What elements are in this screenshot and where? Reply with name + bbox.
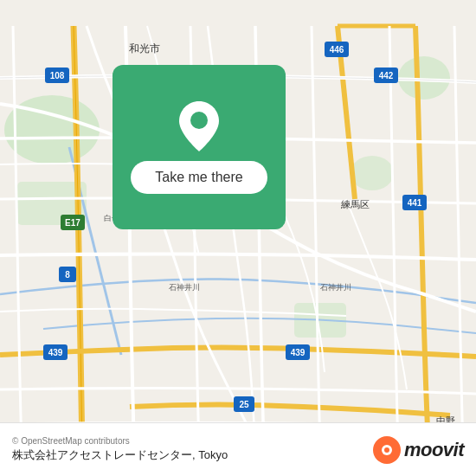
moovit-logo[interactable]: moovit bbox=[373, 436, 464, 464]
svg-text:108: 108 bbox=[50, 71, 65, 80]
svg-text:442: 442 bbox=[379, 71, 394, 80]
svg-text:石神井川: 石神井川 bbox=[169, 283, 200, 292]
svg-point-30 bbox=[190, 112, 208, 129]
svg-text:E17: E17 bbox=[65, 218, 80, 228]
moovit-brand-text: moovit bbox=[404, 439, 464, 461]
location-pin-icon bbox=[177, 100, 221, 152]
popup-card: Take me there bbox=[113, 65, 286, 229]
svg-text:439: 439 bbox=[291, 348, 306, 357]
svg-point-33 bbox=[384, 447, 389, 453]
svg-text:25: 25 bbox=[239, 400, 249, 409]
moovit-icon bbox=[373, 436, 401, 464]
take-me-there-button[interactable]: Take me there bbox=[131, 161, 267, 194]
attribution-text: © OpenStreetMap contributors bbox=[12, 436, 228, 446]
location-label: 株式会社アクセストレードセンター, Tokyo bbox=[12, 447, 228, 463]
svg-text:石神井川: 石神井川 bbox=[320, 283, 351, 292]
svg-text:439: 439 bbox=[48, 348, 63, 357]
svg-text:練馬区: 練馬区 bbox=[340, 199, 370, 209]
bottom-bar: © OpenStreetMap contributors 株式会社アクセストレー… bbox=[0, 422, 476, 476]
svg-text:441: 441 bbox=[408, 198, 422, 208]
svg-text:8: 8 bbox=[65, 270, 70, 280]
svg-point-4 bbox=[351, 156, 394, 190]
svg-text:和光市: 和光市 bbox=[129, 42, 160, 55]
map-container: 和光市 練馬区 中野 E17 446 441 442 439 bbox=[0, 0, 476, 476]
svg-text:446: 446 bbox=[330, 45, 344, 55]
bottom-left: © OpenStreetMap contributors 株式会社アクセストレー… bbox=[12, 436, 228, 463]
